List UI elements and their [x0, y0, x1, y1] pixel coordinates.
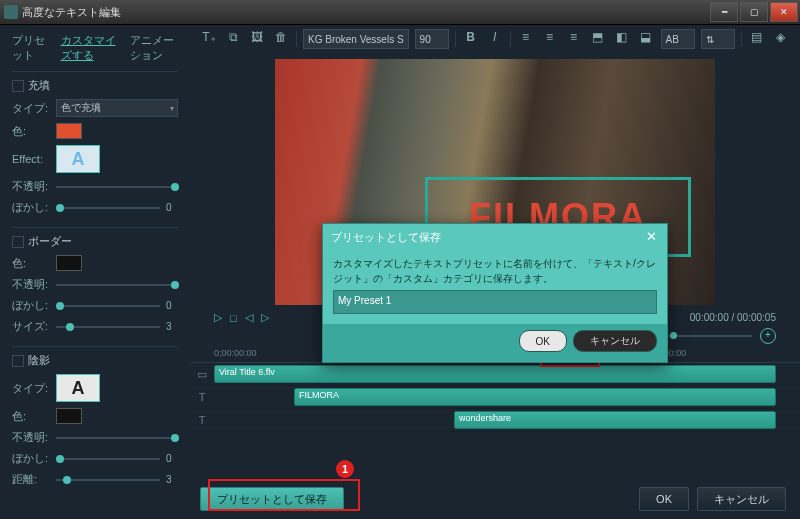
valign-bot-icon[interactable]: ⬓ — [637, 30, 655, 48]
clip-video[interactable]: Viral Title 6.flv — [214, 365, 776, 383]
align-right-icon[interactable]: ≡ — [565, 30, 583, 48]
shadow-color-label: 色: — [12, 409, 56, 424]
font-size-select[interactable]: 90 — [415, 29, 449, 49]
tab-preset[interactable]: プリセット — [12, 33, 47, 63]
valign-mid-icon[interactable]: ◧ — [613, 30, 631, 48]
tab-animation[interactable]: アニメーション — [130, 33, 178, 63]
align-left-icon[interactable]: ≡ — [517, 30, 535, 48]
shadow-blur-slider[interactable] — [56, 455, 64, 463]
fill-header: 充填 — [28, 78, 50, 93]
dialog-ok-button[interactable]: OK — [519, 330, 567, 352]
track-text2-icon: T — [190, 414, 214, 426]
shadow-opacity-slider[interactable] — [171, 434, 179, 442]
fill-opacity-label: 不透明: — [12, 179, 56, 194]
fill-type-select[interactable]: 色で充填 — [56, 99, 178, 117]
border-blur-label: ぼかし: — [12, 298, 56, 313]
app-icon — [4, 5, 18, 19]
shadow-color-swatch[interactable] — [56, 408, 82, 424]
add-text-icon[interactable]: T₊ — [200, 30, 218, 48]
annotation-badge-1: 1 — [336, 460, 354, 478]
dialog-close-icon[interactable]: ✕ — [643, 229, 659, 245]
clip-text2[interactable]: wondershare — [454, 411, 776, 429]
preset-name-input[interactable]: My Preset 1 — [333, 290, 657, 314]
shadow-type-label: タイプ: — [12, 381, 56, 396]
fill-effect-preview[interactable]: A — [56, 145, 100, 173]
footer-ok-button[interactable]: OK — [639, 487, 689, 511]
play-icon[interactable]: ▷ — [214, 311, 222, 324]
minimize-button[interactable]: ━ — [710, 2, 738, 22]
close-button[interactable]: ✕ — [770, 2, 798, 22]
time-current: 00:00:00 — [690, 312, 729, 323]
align-center-icon[interactable]: ≡ — [541, 30, 559, 48]
fill-effect-label: Effect: — [12, 153, 56, 165]
dialog-title: プリセットとして保存 — [331, 230, 441, 245]
zoom-in-icon[interactable]: + — [760, 328, 776, 344]
stop-icon[interactable]: □ — [230, 312, 237, 324]
shadow-blur-label: ぼかし: — [12, 451, 56, 466]
border-color-label: 色: — [12, 256, 56, 271]
lineheight-select[interactable]: ⇅ — [701, 29, 735, 49]
border-color-swatch[interactable] — [56, 255, 82, 271]
shadow-header: 陰影 — [28, 353, 50, 368]
fill-opacity-slider[interactable] — [171, 183, 179, 191]
border-checkbox[interactable] — [12, 236, 24, 248]
shadow-type-preview[interactable]: A — [56, 374, 100, 402]
dialog-message: カスタマイズしたテキストプリセットに名前を付けて、「テキスト/クレジット」の「カ… — [333, 256, 657, 286]
titlebar: 高度なテキスト編集 ━ ▢ ✕ — [0, 0, 800, 25]
fill-blur-slider[interactable] — [56, 204, 64, 212]
border-header: ボーダー — [28, 234, 72, 249]
border-size-slider[interactable] — [66, 323, 74, 331]
text-toolbar: T₊ ⧉ 🖼 🗑 KG Broken Vessels S 90 B I ≡ ≡ … — [190, 25, 800, 53]
clip-text1[interactable]: FILMORA — [294, 388, 776, 406]
bold-icon[interactable]: B — [462, 30, 480, 48]
prev-frame-icon[interactable]: ◁ — [245, 311, 253, 324]
footer-cancel-button[interactable]: キャンセル — [697, 487, 786, 511]
shadow-checkbox[interactable] — [12, 355, 24, 367]
border-blur-slider[interactable] — [56, 302, 64, 310]
fill-checkbox[interactable] — [12, 80, 24, 92]
fill-color-label: 色: — [12, 124, 56, 139]
border-size-label: サイズ: — [12, 319, 56, 334]
shadow-opacity-label: 不透明: — [12, 430, 56, 445]
delete-icon[interactable]: 🗑 — [272, 30, 290, 48]
shadow-dist-label: 距離: — [12, 472, 56, 487]
annotation-box-1 — [208, 479, 360, 511]
tab-customize[interactable]: カスタマイズする — [61, 33, 116, 63]
italic-icon[interactable]: I — [486, 30, 504, 48]
arrange-icon[interactable]: ▤ — [748, 30, 766, 48]
fill-blur-label: ぼかし: — [12, 200, 56, 215]
valign-top-icon[interactable]: ⬒ — [589, 30, 607, 48]
spacing-select[interactable]: AB — [661, 29, 695, 49]
next-frame-icon[interactable]: ▷ — [261, 311, 269, 324]
time-total: 00:00:05 — [737, 312, 776, 323]
track-text1-icon: T — [190, 391, 214, 403]
shadow-dist-slider[interactable] — [63, 476, 71, 484]
fill-color-swatch[interactable] — [56, 123, 82, 139]
layers-icon[interactable]: ◈ — [772, 30, 790, 48]
border-opacity-slider[interactable] — [171, 281, 179, 289]
maximize-button[interactable]: ▢ — [740, 2, 768, 22]
zoom-slider[interactable] — [662, 335, 752, 337]
track-video-icon: ▭ — [190, 368, 214, 381]
crop-icon[interactable]: ⧉ — [224, 30, 242, 48]
save-preset-dialog: プリセットとして保存✕ カスタマイズしたテキストプリセットに名前を付けて、「テキ… — [322, 223, 668, 363]
font-select[interactable]: KG Broken Vessels S — [303, 29, 409, 49]
fill-type-label: タイプ: — [12, 101, 56, 116]
sidebar: プリセット カスタマイズする アニメーション 充填 タイプ:色で充填 色: Ef… — [0, 25, 190, 519]
window-title: 高度なテキスト編集 — [22, 5, 710, 20]
image-icon[interactable]: 🖼 — [248, 30, 266, 48]
border-opacity-label: 不透明: — [12, 277, 56, 292]
dialog-cancel-button[interactable]: キャンセル — [573, 330, 657, 352]
